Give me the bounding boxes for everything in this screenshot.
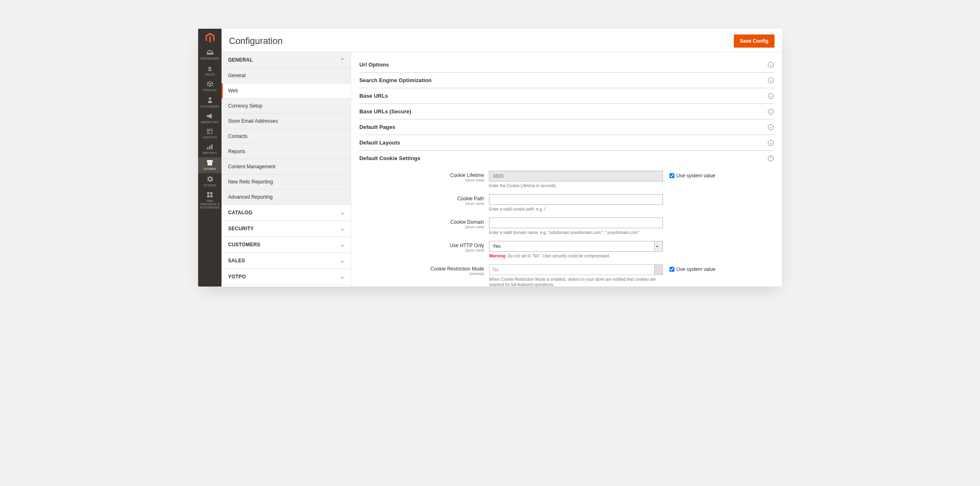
section-toggle[interactable]: Base URLs (Secure) ⌄: [359, 104, 774, 119]
sidebar-group-security[interactable]: SECURITY ⌄: [222, 221, 351, 237]
field-label: Cookie Restriction Mode [website]: [359, 264, 489, 276]
app-frame: DASHBOARD $ SALES CATALOG CUSTOMERS MARK…: [198, 29, 782, 287]
chevron-down-icon: ⌄: [340, 274, 344, 280]
field-control: Enter a valid cookie path. e.g. /: [489, 194, 663, 212]
field-note: Warning: Do not set to "No". User securi…: [489, 253, 663, 259]
section-toggle[interactable]: Url Options ⌄: [359, 57, 774, 72]
person-icon: [208, 97, 212, 104]
label-text: Cookie Domain: [359, 219, 484, 225]
nav-reports[interactable]: REPORTS: [198, 142, 222, 157]
box-icon: [207, 81, 213, 87]
cookie-path-input[interactable]: [489, 194, 663, 205]
field-cookie-restriction: Cookie Restriction Mode [website] No Whe…: [359, 264, 774, 287]
label-text: Cookie Lifetime: [359, 172, 484, 178]
section-seo: Search Engine Optimization ⌄: [359, 73, 774, 88]
nav-label: MARKETING: [201, 121, 219, 124]
nav-customers[interactable]: CUSTOMERS: [198, 94, 222, 111]
cookie-domain-input[interactable]: [489, 218, 663, 228]
chevron-down-icon: ⌄: [768, 78, 774, 83]
nav-catalog[interactable]: CATALOG: [198, 78, 222, 94]
sidebar-item-general[interactable]: General: [222, 68, 351, 83]
field-label: Cookie Lifetime [store view]: [359, 171, 489, 182]
dollar-icon: $: [208, 66, 211, 72]
nav-label: SYSTEM: [203, 184, 216, 187]
sidebar-item-web[interactable]: Web: [222, 83, 351, 99]
nav-marketing[interactable]: MARKETING: [198, 111, 222, 126]
sidebar-group-items: General Web Currency Setup Store Email A…: [222, 68, 351, 205]
nav-stores[interactable]: STORES: [198, 157, 222, 173]
field-control: Enter a valid domain name. e.g. "subdoma…: [489, 218, 663, 235]
nav-partners[interactable]: FIND PARTNERS & EXTENSIONS: [198, 189, 222, 211]
field-note: When Cookie Restriction Mode is enabled,…: [489, 277, 663, 287]
note-text: Do not set to "No". User security could …: [507, 254, 610, 258]
chevron-down-icon: ⌄: [768, 140, 774, 146]
sidebar-item-store-email[interactable]: Store Email Addresses: [222, 114, 351, 129]
sidebar-group-customers[interactable]: CUSTOMERS ⌄: [222, 237, 351, 253]
section-cookie-settings: Default Cookie Settings ⌃ Cookie Lifetim…: [359, 151, 774, 287]
sidebar-item-reports[interactable]: Reports: [222, 144, 351, 159]
chevron-up-icon: ⌃: [340, 57, 344, 63]
svg-rect-6: [211, 144, 212, 149]
nav-sales[interactable]: $ SALES: [198, 63, 222, 79]
scope-text: [store view]: [359, 225, 484, 229]
cookie-restriction-select[interactable]: No: [489, 264, 663, 275]
section-toggle[interactable]: Default Pages ⌄: [359, 119, 774, 135]
section-toggle[interactable]: Base URLs ⌄: [359, 88, 774, 103]
sidebar-group-yotpo[interactable]: YOTPO ⌄: [222, 269, 351, 285]
main-area: Configuration Save Config GENERAL ⌃ Gene…: [222, 29, 782, 287]
svg-rect-9: [207, 195, 210, 198]
use-system-label: Use system value: [676, 266, 715, 272]
sidebar-group-label: CATALOG: [228, 210, 252, 215]
layout-icon: [207, 129, 212, 135]
sidebar-item-contacts[interactable]: Contacts: [222, 129, 351, 144]
sidebar-group-general[interactable]: GENERAL ⌃: [222, 52, 351, 68]
sidebar-group-label: GENERAL: [228, 57, 253, 63]
section-base-urls: Base URLs ⌄: [359, 88, 774, 104]
chevron-down-icon: ⌄: [340, 210, 344, 215]
section-toggle[interactable]: Default Layouts ⌄: [359, 135, 774, 150]
nav-content[interactable]: CONTENT: [198, 126, 222, 142]
magento-logo[interactable]: [198, 29, 222, 47]
label-text: Use HTTP Only: [359, 243, 484, 248]
save-config-button[interactable]: Save Config: [734, 34, 774, 48]
sidebar-item-newrelic[interactable]: New Relic Reporting: [222, 174, 351, 190]
nav-dashboard[interactable]: DASHBOARD: [198, 47, 222, 63]
scope-text: [store view]: [359, 248, 484, 252]
use-system-checkbox[interactable]: [669, 267, 674, 272]
magento-logo-icon: [206, 33, 215, 43]
http-only-select[interactable]: Yes: [489, 241, 663, 252]
scope-text: [store view]: [359, 178, 484, 182]
field-cookie-domain: Cookie Domain [store view] Enter a valid…: [359, 218, 774, 235]
nav-label: DASHBOARD: [200, 57, 219, 60]
field-note: Enter a valid domain name. e.g. "subdoma…: [489, 230, 663, 235]
sidebar-item-content-mgmt[interactable]: Content Management: [222, 159, 351, 174]
use-system-checkbox-wrap[interactable]: Use system value: [663, 264, 715, 272]
sidebar-item-adv-reporting[interactable]: Advanced Reporting: [222, 190, 351, 205]
use-system-checkbox-wrap[interactable]: Use system value: [663, 171, 715, 179]
svg-rect-7: [207, 192, 210, 195]
page-title: Configuration: [229, 36, 283, 46]
section-toggle[interactable]: Search Engine Optimization ⌄: [359, 73, 774, 88]
chevron-down-icon: ⌄: [340, 226, 344, 232]
svg-rect-10: [210, 195, 213, 198]
label-text: Cookie Restriction Mode: [359, 266, 484, 272]
section-title: Default Pages: [359, 124, 395, 130]
section-toggle[interactable]: Default Cookie Settings ⌃: [359, 151, 774, 166]
section-url-options: Url Options ⌄: [359, 57, 774, 73]
dashboard-icon: [207, 50, 213, 56]
cookie-lifetime-input[interactable]: [489, 171, 663, 181]
field-control: No When Cookie Restriction Mode is enabl…: [489, 264, 663, 287]
use-system-checkbox[interactable]: [669, 173, 674, 178]
chevron-down-icon: ⌄: [768, 62, 774, 68]
sidebar-group-catalog[interactable]: CATALOG ⌄: [222, 205, 351, 221]
field-cookie-lifetime: Cookie Lifetime [store view] Enter the C…: [359, 171, 774, 188]
nav-system[interactable]: SYSTEM: [198, 173, 222, 190]
page-body: GENERAL ⌃ General Web Currency Setup Sto…: [222, 52, 782, 287]
sidebar-group-sales[interactable]: SALES ⌄: [222, 253, 351, 269]
section-base-urls-secure: Base URLs (Secure) ⌄: [359, 104, 774, 119]
config-content: Url Options ⌄ Search Engine Optimization…: [351, 52, 782, 287]
section-default-layouts: Default Layouts ⌄: [359, 135, 774, 151]
sidebar-item-currency[interactable]: Currency Setup: [222, 99, 351, 114]
field-control: Enter the Cookie Lifetime in seconds.: [489, 171, 663, 188]
chevron-down-icon: ⌄: [768, 124, 774, 130]
